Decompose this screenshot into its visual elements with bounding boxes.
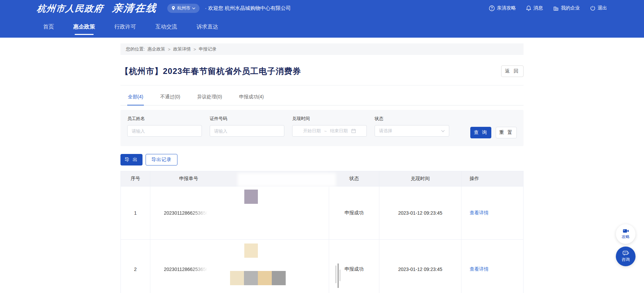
- bell-icon: [526, 5, 531, 11]
- my-enterprise-link[interactable]: 我的企业: [553, 5, 580, 11]
- start-date-placeholder: 开始日期: [303, 128, 321, 134]
- search-button[interactable]: 查 询: [470, 127, 491, 138]
- export-button[interactable]: 导 出: [120, 154, 143, 165]
- redaction-block: [230, 271, 244, 285]
- chevron-down-icon: [441, 130, 445, 132]
- cell-redeem-time: 2023-01-12 09:23:45: [379, 240, 461, 293]
- employee-name-input[interactable]: [127, 125, 202, 137]
- toolbar: 导 出 导出记录: [120, 154, 524, 165]
- view-detail-link[interactable]: 查看详情: [470, 210, 489, 216]
- redaction-block: [272, 271, 286, 285]
- col-header-actions: 操作: [461, 171, 523, 187]
- header: 杭州市人民政府 亲清在线 杭州市 · 欢迎您 杭州水晶城购物中心有限公司 亲: [0, 0, 644, 38]
- tab-all[interactable]: 全部(4): [127, 91, 144, 105]
- status-field-group: 状态 请选择: [375, 116, 449, 137]
- location-pin-icon: [171, 6, 175, 11]
- location-label: 杭州市: [177, 5, 190, 11]
- logout-link-label: 退出: [598, 5, 607, 11]
- page-title: 【杭州市】2023年春节留杭省外员工电子消费券: [120, 66, 301, 77]
- status-select[interactable]: 请选择: [375, 125, 449, 137]
- export-records-button[interactable]: 导出记录: [146, 154, 177, 165]
- welcome-text: · 欢迎您 杭州水晶城购物中心有限公司: [205, 5, 291, 12]
- breadcrumb-separator: >: [193, 47, 196, 52]
- chat-icon: [623, 251, 629, 256]
- power-icon: [590, 5, 595, 11]
- site-logo: 杭州市人民政府 亲清在线: [36, 1, 158, 15]
- redaction-block: [244, 271, 258, 285]
- breadcrumb-item-policy-detail[interactable]: 政策详情: [173, 46, 191, 52]
- breadcrumb-separator: >: [168, 47, 171, 52]
- breadcrumb: 您的位置: 惠企政策 > 政策详情 > 申报记录: [120, 43, 524, 55]
- guide-link[interactable]: 亲清攻略: [489, 5, 516, 11]
- status-label: 状态: [375, 116, 449, 122]
- redeem-time-label: 兑现时间: [292, 116, 367, 122]
- status-tabs: 全部(4) 不通过(0) 异议处理(0) 申报成功(4): [120, 91, 524, 105]
- redaction-block: [258, 271, 272, 285]
- consult-float-button[interactable]: 咨询: [616, 247, 636, 266]
- nav-item-policies[interactable]: 惠企政策: [73, 16, 95, 38]
- nav-item-licensing[interactable]: 行政许可: [114, 16, 136, 38]
- nav-item-interaction[interactable]: 互动交流: [155, 16, 177, 38]
- redeem-time-field-group: 兑现时间 开始日期 ~ 结束日期: [292, 116, 367, 137]
- my-enterprise-link-label: 我的企业: [561, 5, 580, 11]
- calendar-icon: [351, 129, 356, 133]
- guide-float-button[interactable]: 攻略: [616, 224, 636, 244]
- cell-order-no: 20230112866253656: [150, 187, 329, 240]
- main-nav: 首页 惠企政策 行政许可 互动交流 诉求直达: [37, 16, 607, 38]
- status-select-placeholder: 请选择: [379, 128, 392, 134]
- table-row: 2 20230112866253656 申报成功 2023-01-12 09:2…: [121, 240, 523, 293]
- video-icon: [623, 229, 629, 233]
- question-circle-icon: [489, 5, 495, 11]
- logo-brand-text: 亲清在线: [112, 1, 158, 15]
- nav-item-appeals[interactable]: 诉求直达: [196, 16, 218, 38]
- end-date-placeholder: 结束日期: [330, 128, 348, 134]
- filter-panel: 员工姓名 证件号码 兑现时间 开始日期 ~ 结束日期 状态 请选择: [120, 110, 524, 146]
- consult-float-label: 咨询: [622, 257, 630, 262]
- cell-status: 申报成功: [329, 187, 379, 240]
- col-header-redeem-time: 兑现时间: [379, 171, 461, 187]
- redaction-block: [244, 190, 258, 204]
- cell-index: 1: [121, 187, 150, 240]
- tab-rejected[interactable]: 不通过(0): [159, 91, 181, 105]
- employee-name-label: 员工姓名: [127, 116, 202, 122]
- breadcrumb-item-records: 申报记录: [199, 46, 216, 52]
- tab-success[interactable]: 申报成功(4): [238, 91, 264, 105]
- tab-objection[interactable]: 异议处理(0): [196, 91, 223, 105]
- col-header-index: 序号: [121, 171, 150, 187]
- building-icon: [553, 5, 559, 11]
- employee-name-field-group: 员工姓名: [127, 116, 202, 137]
- table-row: 1 20230112866253656 申报成功 2023-01-12 09:2…: [121, 187, 523, 240]
- messages-link[interactable]: 消息: [526, 5, 543, 11]
- redaction-smudge: [238, 173, 336, 187]
- id-number-input[interactable]: [210, 125, 284, 137]
- date-range-separator: ~: [324, 129, 327, 134]
- cell-redeem-time: 2023-01-12 09:23:45: [379, 187, 461, 240]
- id-number-field-group: 证件号码: [210, 116, 284, 137]
- logout-link[interactable]: 退出: [590, 5, 607, 11]
- id-number-label: 证件号码: [210, 116, 284, 122]
- logo-gov-text: 杭州市人民政府: [36, 3, 104, 15]
- breadcrumb-item-policies[interactable]: 惠企政策: [148, 46, 165, 52]
- back-button[interactable]: 返 回: [501, 65, 524, 77]
- col-header-status: 状态: [329, 171, 379, 187]
- breadcrumb-prefix: 您的位置:: [126, 46, 145, 52]
- guide-link-label: 亲清攻略: [497, 5, 516, 11]
- section-divider: [120, 85, 524, 85]
- guide-float-label: 攻略: [622, 234, 630, 240]
- cell-index: 2: [121, 240, 150, 293]
- redaction-block: [244, 243, 258, 258]
- messages-link-label: 消息: [533, 5, 543, 11]
- redaction-smudge: [336, 263, 342, 288]
- date-range-picker[interactable]: 开始日期 ~ 结束日期: [292, 125, 367, 137]
- chevron-down-icon: [192, 7, 195, 9]
- location-selector[interactable]: 杭州市: [167, 4, 200, 13]
- nav-item-home[interactable]: 首页: [43, 16, 54, 38]
- records-table: 序号 申报单号 状态 兑现时间 操作 1 20230112866253656 申…: [120, 171, 524, 293]
- view-detail-link[interactable]: 查看详情: [470, 266, 489, 272]
- reset-button[interactable]: 重 置: [496, 127, 517, 138]
